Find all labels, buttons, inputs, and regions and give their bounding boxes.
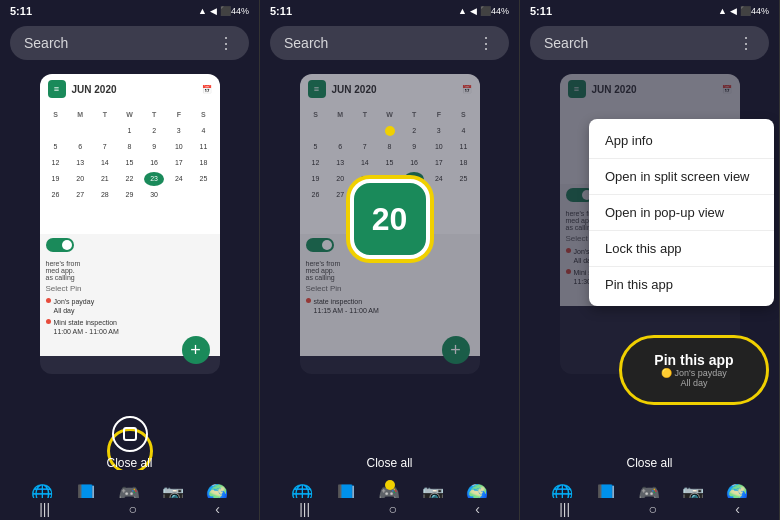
panel-2: 5:11 ▲ ◀ ⬛44% Search ⋮ ≡ JUN 2020 📅 S M … bbox=[260, 0, 520, 520]
panel-1: 5:11 ▲ ◀ ⬛44% Search ⋮ ≡ JUN 2020 📅 S M bbox=[0, 0, 260, 520]
cal-cell: 10 bbox=[169, 140, 189, 154]
toggle-2[interactable] bbox=[306, 238, 334, 252]
cal-cell: 12 bbox=[46, 156, 66, 170]
back-btn-1[interactable]: ‹ bbox=[215, 501, 220, 517]
event-text-2: Mini state inspection11:00 AM - 11:00 AM bbox=[54, 318, 119, 336]
home-nav-btn-2[interactable]: ○ bbox=[388, 501, 396, 517]
calendar-card-1[interactable]: ≡ JUN 2020 📅 S M T W T F S bbox=[40, 74, 220, 374]
cal-cell-today: 23 bbox=[144, 172, 164, 186]
close-all-label-3[interactable]: Close all bbox=[626, 456, 672, 470]
event-dot-1 bbox=[46, 298, 51, 303]
add-button-1[interactable]: + bbox=[182, 336, 210, 364]
big-calendar-icon[interactable]: 20 bbox=[350, 179, 430, 259]
card-event-3: state inspection11:15 AM - 11:00 AM bbox=[306, 297, 474, 315]
status-bar-1: 5:11 ▲ ◀ ⬛44% bbox=[0, 0, 259, 22]
context-item-lock[interactable]: Lock this app bbox=[589, 231, 774, 267]
big-calendar-day: 20 bbox=[372, 201, 408, 238]
card-header-2: ≡ JUN 2020 📅 bbox=[300, 74, 480, 104]
calendar-icon-small-2: ≡ bbox=[308, 80, 326, 98]
status-time-2: 5:11 bbox=[270, 5, 292, 17]
cal-cell: 11 bbox=[193, 140, 213, 154]
toggle-1[interactable] bbox=[46, 238, 74, 252]
cal-cell: 30 bbox=[144, 188, 164, 202]
card-month-1: JUN 2020 bbox=[72, 84, 117, 95]
cal-cell bbox=[95, 124, 115, 138]
search-bar-2[interactable]: Search ⋮ bbox=[270, 26, 509, 60]
cal-cell: 1 bbox=[119, 124, 139, 138]
cal-cell: 27 bbox=[70, 188, 90, 202]
panel-3: 5:11 ▲ ◀ ⬛44% Search ⋮ ≡ JUN 2020 📅 bbox=[520, 0, 780, 520]
cal-cell: 25 bbox=[193, 172, 213, 186]
ch-f: F bbox=[429, 108, 449, 122]
pin-title: Pin this app bbox=[654, 352, 733, 368]
home-icon-1 bbox=[123, 427, 137, 441]
card-header-1: ≡ JUN 2020 📅 bbox=[40, 74, 220, 104]
signal-icon-2: ▲ bbox=[458, 6, 467, 16]
recent-apps-2: ≡ JUN 2020 📅 S M T W T F S 1234 bbox=[260, 64, 519, 394]
signal-icon: ▲ bbox=[198, 6, 207, 16]
pin-this-app-popup: Pin this app 🟡 Jon's payday All day bbox=[619, 335, 769, 405]
battery-icon: ⬛44% bbox=[220, 6, 249, 16]
signal-icon-3: ▲ bbox=[718, 6, 727, 16]
search-label-2: Search bbox=[284, 35, 478, 51]
back-btn-2[interactable]: ‹ bbox=[475, 501, 480, 517]
card-event-2: Mini state inspection11:00 AM - 11:00 AM bbox=[46, 318, 214, 336]
cal-hdr-s: S bbox=[46, 108, 66, 122]
event-text-3: state inspection11:15 AM - 11:00 AM bbox=[314, 297, 379, 315]
cal-hdr-f: F bbox=[169, 108, 189, 122]
card-date-icon-1: 📅 bbox=[202, 85, 212, 94]
context-item-popup-view[interactable]: Open in pop-up view bbox=[589, 195, 774, 231]
recent-btn-2[interactable]: ||| bbox=[299, 501, 310, 517]
search-label-1: Search bbox=[24, 35, 218, 51]
context-item-pin[interactable]: Pin this app bbox=[589, 267, 774, 302]
close-all-label-1[interactable]: Close all bbox=[106, 456, 152, 470]
cal-cell: 8 bbox=[119, 140, 139, 154]
toggle-knob-2 bbox=[322, 240, 332, 250]
cal-cell: 9 bbox=[144, 140, 164, 154]
status-time-1: 5:11 bbox=[10, 5, 32, 17]
battery-icon-3: ⬛44% bbox=[740, 6, 769, 16]
cal-hdr-t: T bbox=[95, 108, 115, 122]
cal-cell: 28 bbox=[95, 188, 115, 202]
card-month-3: JUN 2020 bbox=[592, 84, 637, 95]
card-date-icon-2: 📅 bbox=[462, 85, 472, 94]
cal-cell: 17 bbox=[169, 156, 189, 170]
back-btn-3[interactable]: ‹ bbox=[735, 501, 740, 517]
recent-btn-3[interactable]: ||| bbox=[559, 501, 570, 517]
cal-cell: 29 bbox=[119, 188, 139, 202]
cal-hdr-t2: T bbox=[144, 108, 164, 122]
more-options-icon-3[interactable]: ⋮ bbox=[738, 34, 755, 53]
add-button-2[interactable]: + bbox=[442, 336, 470, 364]
context-item-split-screen[interactable]: Open in split screen view bbox=[589, 159, 774, 195]
cal-cell: 2 bbox=[144, 124, 164, 138]
gesture-bar-1: ||| ○ ‹ bbox=[0, 498, 259, 520]
context-item-app-info[interactable]: App info bbox=[589, 123, 774, 159]
gesture-bar-2: ||| ○ ‹ bbox=[260, 498, 519, 520]
card-toggle-row-1 bbox=[40, 234, 220, 256]
event-dot-3 bbox=[306, 298, 311, 303]
search-bar-1[interactable]: Search ⋮ bbox=[10, 26, 249, 60]
event-text-1: Jon's paydayAll day bbox=[54, 297, 95, 315]
cal-cell: 24 bbox=[169, 172, 189, 186]
cal-cell: 21 bbox=[95, 172, 115, 186]
home-button-1[interactable] bbox=[112, 416, 148, 452]
home-nav-btn-3[interactable]: ○ bbox=[648, 501, 656, 517]
home-nav-btn-1[interactable]: ○ bbox=[128, 501, 136, 517]
recent-btn-1[interactable]: ||| bbox=[39, 501, 50, 517]
close-all-label-2[interactable]: Close all bbox=[366, 456, 412, 470]
card-calendar-1: S M T W T F S 1 2 3 4 bbox=[40, 104, 220, 234]
calendar-icon-small-1: ≡ bbox=[48, 80, 66, 98]
ch-s: S bbox=[306, 108, 326, 122]
card-note-2: here's frommed app.as calling bbox=[306, 260, 474, 281]
ch-w: W bbox=[379, 108, 399, 122]
more-options-icon-2[interactable]: ⋮ bbox=[478, 34, 495, 53]
cal-cell: 19 bbox=[46, 172, 66, 186]
more-options-icon-1[interactable]: ⋮ bbox=[218, 34, 235, 53]
cal-cell bbox=[193, 188, 213, 202]
cal-hdr-w: W bbox=[119, 108, 139, 122]
context-menu: App info Open in split screen view Open … bbox=[589, 119, 774, 306]
cal-hdr-m: M bbox=[70, 108, 90, 122]
ch-s2: S bbox=[453, 108, 473, 122]
status-bar-3: 5:11 ▲ ◀ ⬛44% bbox=[520, 0, 779, 22]
search-bar-3[interactable]: Search ⋮ bbox=[530, 26, 769, 60]
